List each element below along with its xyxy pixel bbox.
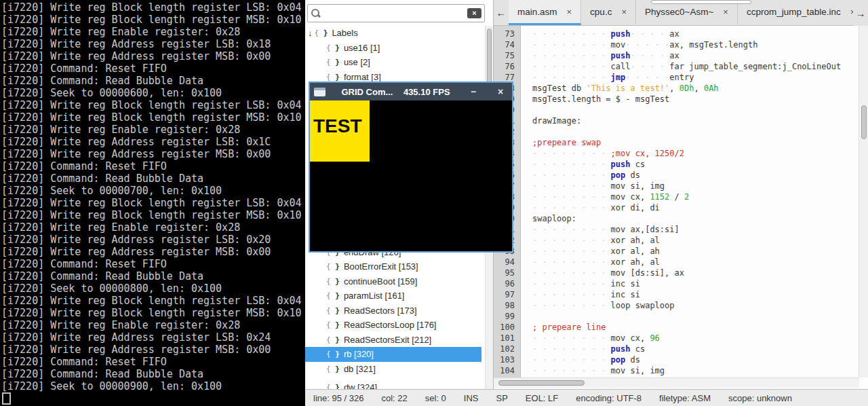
tree-item-label: ReadSectors [173]: [344, 306, 417, 316]
tree-item-label: ReadSectorsLoop [176]: [344, 320, 437, 330]
line-number: 104: [494, 365, 520, 376]
tab-label: main.asm: [517, 7, 557, 17]
clear-search-icon[interactable]: ×: [467, 8, 481, 18]
editor-panel: ← main.asm×cpu.c×Physsec0~Asm~×ccprom_ju…: [494, 0, 868, 389]
status-item-line: line: 95 / 326: [313, 393, 363, 403]
code-line: · · · · · · · · pop ds: [532, 170, 859, 181]
terminal-line: [i7220] Write reg Address register MSB: …: [1, 344, 305, 356]
editor-hscrollbar[interactable]: [494, 377, 859, 388]
tree-item-booterrorexit-153[interactable]: { }BootErrorExit [153]: [305, 259, 481, 274]
line-number: 95: [494, 267, 520, 278]
label-braces-icon: { }: [326, 291, 340, 300]
terminal-line: [i7220] Write reg Address register LSB: …: [1, 38, 305, 50]
status-item-filetype: filetype: ASM: [659, 393, 711, 403]
terminal-line: [i7220] Write reg Address register MSB: …: [1, 50, 305, 62]
expander-arrow-icon[interactable]: ↓: [308, 28, 313, 38]
tab-cpu-c[interactable]: cpu.c×: [581, 0, 636, 25]
code-line: [532, 105, 859, 115]
tree-item-label: ReadSectorsExit [212]: [344, 335, 431, 345]
tabbar-scrollbar[interactable]: [651, 0, 751, 4]
terminal-line: [i7220] Seek to 00000700, len: 0x100: [1, 185, 305, 197]
code-line: · · · · · · · · mov cx, 96: [532, 333, 859, 344]
grid-window-title-area: GRID Com... 435.10 FPS: [326, 87, 466, 97]
editor-hscrollbar-thumb[interactable]: [498, 380, 585, 386]
window-menu-icon[interactable]: [314, 88, 326, 96]
label-braces-icon: { }: [326, 306, 340, 315]
code-line: · · · · · · · · call· · · · far jump_tab…: [532, 61, 859, 72]
close-icon[interactable]: ×: [493, 86, 508, 97]
tree-item-continueboot-159[interactable]: { }continueBoot [159]: [305, 274, 481, 289]
status-item-sp: SP: [496, 393, 508, 403]
status-bar: line: 95 / 326col: 22sel: 0INSSPEOL: LFe…: [305, 389, 868, 406]
tree-item-labels[interactable]: ↓{ }Labels: [305, 26, 481, 41]
tab-scroll-left-icon[interactable]: ←: [494, 0, 509, 25]
terminal-line: [i7220] Write reg Block length register …: [1, 14, 305, 26]
code-line: swaploop:: [532, 213, 859, 224]
label-braces-icon: { }: [326, 320, 340, 329]
tree-item-dw-324[interactable]: { }dw [324]: [305, 380, 481, 389]
terminal-line: [i7220] Command: Reset FIFO: [1, 258, 305, 270]
tree-item-label: rb [320]: [344, 349, 374, 359]
tree-item-label: db [321]: [344, 364, 376, 374]
tree-item-readsectorsloop-176[interactable]: { }ReadSectorsLoop [176]: [305, 318, 481, 333]
status-item-sel: sel: 0: [425, 393, 446, 403]
terminal-line: [i7220] Command: Reset FIFO: [1, 62, 305, 75]
search-input[interactable]: [323, 7, 465, 19]
tab-close-icon[interactable]: ×: [567, 7, 572, 17]
code-line: ; prepeare line: [532, 322, 859, 333]
tab-scroll-right-icon[interactable]: →: [853, 0, 868, 26]
status-item-encoding: encoding: UTF-8: [576, 393, 642, 403]
code-line: · · · · · · · · xor ah, al: [532, 257, 859, 267]
code-line: · · · · · · · · mov ax,[ds:si]: [532, 224, 859, 235]
editor-vscrollbar[interactable]: [859, 26, 868, 377]
tree-item-use-2[interactable]: { }use [2]: [305, 55, 481, 70]
line-number: 98: [494, 300, 520, 311]
code-line: · · · · · · · · ;mov cx, 1250/2: [532, 148, 859, 159]
code-editor: 7374757677787980818283848586878889909192…: [494, 26, 859, 377]
code-line: · · · · · · · · push cs: [532, 159, 859, 170]
code-line: · · · · · · · · xor di, di: [532, 202, 859, 213]
code-line: [532, 311, 859, 322]
grid-window-titlebar[interactable]: GRID Com... 435.10 FPS − ×: [310, 83, 512, 100]
tree-item-readsectors-173[interactable]: { }ReadSectors [173]: [305, 303, 481, 318]
test-sprite: TEST: [310, 100, 370, 162]
terminal-line: [i7220] Write reg Enable register: 0x28: [1, 26, 305, 38]
code-line: [532, 126, 859, 137]
tree-item-paramlist-161[interactable]: { }paramList [161]: [305, 289, 481, 303]
terminal-line: [i7220] Command: Read Bubble Data: [1, 368, 305, 380]
terminal-line: [i7220] Write reg Address register MSB: …: [1, 246, 305, 258]
tree-item-readsectorsexit-212[interactable]: { }ReadSectorsExit [212]: [305, 333, 481, 348]
tree-item-db-321[interactable]: { }db [321]: [305, 362, 481, 377]
terminal[interactable]: [i7220] Write reg Block length register …: [0, 0, 305, 406]
app-window: [i7220] Write reg Block length register …: [0, 0, 868, 406]
label-braces-icon: { }: [326, 73, 340, 81]
terminal-line: [i7220] Write reg Block length register …: [1, 295, 305, 307]
label-braces-icon: { }: [315, 29, 328, 37]
tab-ccprom-jump-table-inc[interactable]: ccprom_jump_table.inc×: [738, 0, 865, 25]
terminal-line: [i7220] Write reg Enable register: 0x28: [1, 319, 305, 331]
tab-bar: ← main.asm×cpu.c×Physsec0~Asm~×ccprom_ju…: [494, 0, 868, 26]
terminal-line: [i7220] Write reg Address register LSB: …: [1, 234, 305, 246]
code-area[interactable]: · · · · · · · · push· · · · ax· · · · · …: [521, 26, 859, 377]
line-number: 102: [494, 344, 520, 354]
tab-main-asm[interactable]: main.asm×: [509, 0, 581, 25]
tab-close-icon[interactable]: ×: [621, 7, 627, 17]
label-braces-icon: { }: [326, 43, 340, 52]
grid-canvas[interactable]: TEST: [310, 100, 512, 251]
tree-item-use16-1[interactable]: { }use16 [1]: [305, 41, 481, 56]
terminal-line: [i7220] Command: Read Bubble Data: [1, 75, 305, 87]
code-line: · · · · · · · · xor al, ah: [532, 246, 859, 257]
code-line: · · · · · · · · loop swaploop: [532, 300, 859, 311]
tab-close-icon[interactable]: ×: [723, 7, 728, 17]
label-braces-icon: { }: [326, 262, 340, 271]
tree-item-rb-320[interactable]: { }rb [320]: [305, 347, 481, 362]
terminal-line: [i7220] Write reg Block length register …: [1, 307, 305, 319]
label-braces-icon: { }: [326, 350, 340, 358]
grid-window-title: GRID Com...: [341, 87, 393, 97]
tree-item-label: format [3]: [344, 72, 381, 82]
minimize-icon[interactable]: −: [466, 86, 481, 97]
test-sprite-label: TEST: [313, 115, 362, 137]
code-line: drawImage:: [532, 115, 859, 126]
editor-vscrollbar-thumb[interactable]: [861, 105, 867, 139]
terminal-line: [i7220] Command: Reset FIFO: [1, 160, 305, 172]
